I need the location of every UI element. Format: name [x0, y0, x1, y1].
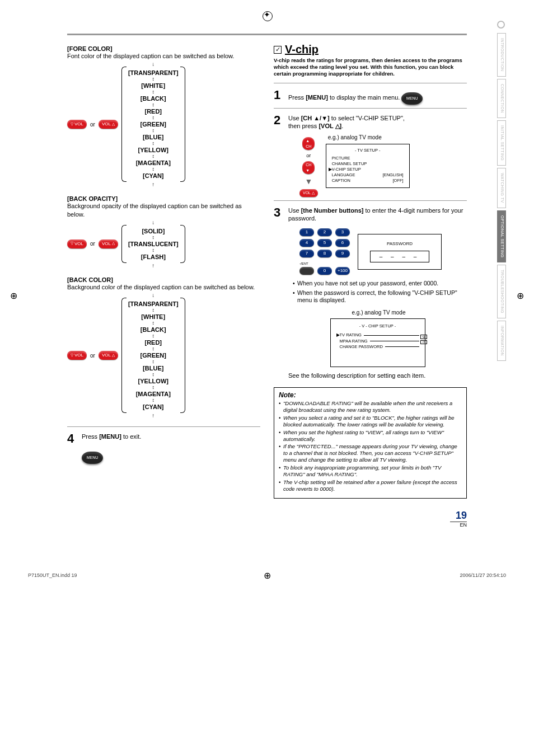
step-text: to select "V-CHIP SETUP", — [330, 115, 405, 121]
step-number: 1 — [274, 89, 284, 105]
tab-introduction[interactable]: INTRODUCTION — [497, 33, 506, 77]
list-item: [RED] — [128, 107, 179, 115]
example-label: e.g.) analog TV mode — [328, 134, 410, 142]
vol-buttons: VOL or VOL — [67, 351, 118, 360]
screen-row-label: CHANGE PASSWORD — [340, 344, 383, 350]
num-7-button[interactable]: 7 — [299, 250, 314, 257]
list-item: [TRANSLUCENT] — [128, 240, 179, 248]
back-color-desc: Background color of the displayed captio… — [67, 283, 260, 291]
screen-row-value: [OFF] — [393, 178, 404, 184]
list-item: [SOLID] — [128, 227, 179, 235]
tab-troubleshooting[interactable]: TROUBLESHOOTING — [497, 265, 506, 318]
section-tabs: INTRODUCTION CONNECTION INITIAL SETTING … — [497, 21, 506, 361]
tab-indicator-circle — [497, 21, 505, 29]
ent-label: -/ENT — [299, 262, 308, 265]
num-3-button[interactable]: 3 — [335, 228, 350, 236]
num-5-button[interactable]: 5 — [317, 239, 332, 247]
note-item: The V-chip setting will be retained afte… — [279, 479, 462, 492]
right-column: INTRODUCTION CONNECTION INITIAL SETTING … — [274, 43, 467, 499]
or-text: or — [90, 353, 95, 359]
screen-row-label: V-CHIP SETUP — [332, 167, 361, 172]
vol-down-button[interactable]: VOL — [67, 240, 87, 248]
step-text-bold: [CH ▲/▼] — [301, 115, 330, 121]
step-text-bold: [VOL △] — [318, 123, 341, 129]
vol-up-button[interactable]: VOL — [99, 240, 118, 248]
vchip-description: V-chip reads the ratings for programs, t… — [274, 57, 467, 77]
example-label: e.g.) analog TV mode — [291, 309, 467, 317]
step-number: 2 — [274, 114, 284, 197]
num-2-button[interactable]: 2 — [317, 228, 332, 236]
ch-vol-remote-cluster: ▲CH or CH▼ ▼ VOL △ — [299, 137, 318, 196]
bullet-item: When the password is correct, the follow… — [293, 289, 467, 304]
num-9-button[interactable]: 9 — [335, 250, 350, 257]
check-icon: ✓ — [274, 46, 282, 54]
back-color-cycle: VOL or VOL ↓ [TRANSPARENT]↕ [WHITE]↕ [BL… — [67, 294, 260, 416]
num-plus100-button[interactable]: +100 — [335, 267, 350, 275]
menu-button[interactable]: MENU — [401, 92, 423, 105]
num-0-button[interactable]: 0 — [317, 267, 332, 275]
list-item: [BLUE] — [128, 364, 179, 372]
list-item: [BLACK] — [128, 326, 179, 334]
vchip-setup-screen: - V - CHIP SETUP - ▶TV RATING ▶MPAA RATI… — [330, 318, 425, 367]
num-4-button[interactable]: 4 — [299, 239, 314, 247]
vol-up-button[interactable]: VOL — [99, 120, 118, 129]
num-8-button[interactable]: 8 — [317, 250, 332, 257]
tab-connection[interactable]: CONNECTION — [497, 79, 506, 118]
num-1-button[interactable]: 1 — [299, 228, 314, 236]
vol-down-button[interactable]: VOL — [67, 351, 87, 360]
vol-down-button[interactable]: VOL — [67, 120, 87, 129]
screen-title: - TV SETUP - — [332, 148, 404, 153]
password-title: PASSWORD — [358, 241, 441, 247]
note-box: Note: "DOWNLOADABLE RATING" will be avai… — [274, 387, 467, 498]
vol-buttons: VOL or VOL — [67, 120, 118, 129]
tab-information[interactable]: INFORMATION — [497, 321, 506, 361]
note-item: "DOWNLOADABLE RATING" will be available … — [279, 400, 462, 414]
list-item: [GREEN] — [128, 351, 179, 359]
registration-mark-bottom: ⊕ — [0, 570, 534, 581]
list-item: [FLASH] — [128, 253, 179, 261]
list-item: [BLACK] — [128, 95, 179, 102]
list-item: [GREEN] — [128, 120, 179, 128]
step-text: . — [341, 123, 343, 129]
left-column: [FORE COLOR] Font color of the displayed… — [67, 43, 260, 499]
separator — [274, 83, 467, 83]
list-item: [MAGENTA] — [128, 159, 179, 167]
fore-color-list: ↓ [TRANSPARENT]↕ [WHITE]↕ [BLACK]↕ [RED]… — [128, 63, 179, 185]
tab-optional-setting[interactable]: OPTIONAL SETTING — [497, 210, 506, 262]
side-label: ঢ় — [420, 340, 427, 344]
screen-row-label: MPAA RATING — [340, 339, 368, 344]
fore-color-desc: Font color of the displayed caption can … — [67, 52, 260, 60]
menu-button[interactable]: MENU — [82, 452, 103, 464]
footer-filename: P7150UT_EN.indd 19 — [28, 572, 77, 578]
screen-row-label: LANGUAGE — [332, 172, 355, 178]
screen-row-label: PICTURE — [332, 156, 350, 161]
header-rule — [67, 34, 467, 35]
step-text: Use — [288, 115, 301, 121]
side-label: ঢ়া — [420, 335, 427, 339]
step-text-bold: [the Number buttons] — [301, 207, 364, 214]
ch-down-button[interactable]: CH▼ — [302, 161, 315, 174]
or-text: or — [306, 152, 311, 159]
step-3: 3 Use [the Number buttons] to enter the … — [274, 206, 467, 383]
step-text-bold: [MENU] — [99, 433, 121, 440]
list-item: [YELLOW] — [128, 146, 179, 154]
ent-button[interactable] — [299, 267, 314, 275]
list-item: [WHITE] — [128, 82, 179, 90]
tab-initial-setting[interactable]: INITIAL SETTING — [497, 120, 506, 166]
num-6-button[interactable]: 6 — [335, 239, 350, 247]
ch-up-button[interactable]: ▲CH — [302, 137, 315, 150]
list-item: [CYAN] — [128, 172, 179, 180]
vol-up-button[interactable]: VOL △ — [299, 189, 318, 196]
separator — [274, 108, 467, 109]
back-color-list: ↓ [TRANSPARENT]↕ [WHITE]↕ [BLACK]↕ [RED]… — [128, 294, 179, 416]
list-item: [YELLOW] — [128, 377, 179, 385]
vchip-header: ✓ V-chip — [274, 43, 467, 56]
step-number: 3 — [274, 206, 284, 383]
tab-watching-tv[interactable]: WATCHING TV — [497, 168, 506, 208]
password-screen: PASSWORD – – – – — [358, 234, 442, 270]
vol-up-button[interactable]: VOL — [99, 351, 118, 360]
page-number: 19 EN — [28, 510, 467, 528]
step3-bullets: When you have not set up your password, … — [293, 280, 467, 304]
back-color-heading: [BACK COLOR] — [67, 276, 260, 283]
note-item: When you set the highest rating to "VIEW… — [279, 429, 462, 443]
